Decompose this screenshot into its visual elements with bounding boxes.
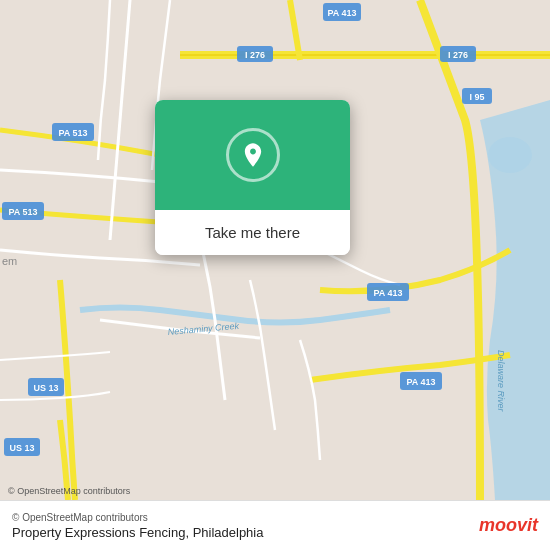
location-pin-icon [226,128,280,182]
popup-green-area [155,100,350,210]
svg-text:em: em [2,255,17,267]
svg-text:I 276: I 276 [448,50,468,60]
moovit-text: moovit [479,515,538,536]
svg-point-1 [488,137,532,173]
svg-text:PA 413: PA 413 [327,8,356,18]
bottom-bar: © OpenStreetMap contributors Property Ex… [0,500,550,550]
map-container: PA 413 I 276 I 276 I 95 PA 513 PA 513 em… [0,0,550,500]
popup-card: Take me there [155,100,350,255]
bottom-left: © OpenStreetMap contributors Property Ex… [12,512,263,540]
svg-text:I 95: I 95 [469,92,484,102]
location-name: Property Expressions Fencing, Philadelph… [12,525,263,540]
take-me-there-button[interactable]: Take me there [155,210,350,255]
osm-credit: © OpenStreetMap contributors [12,512,263,523]
svg-text:US 13: US 13 [33,383,58,393]
svg-text:PA 413: PA 413 [373,288,402,298]
svg-text:US 13: US 13 [9,443,34,453]
svg-text:PA 413: PA 413 [406,377,435,387]
svg-text:PA 513: PA 513 [8,207,37,217]
svg-text:I 276: I 276 [245,50,265,60]
svg-text:Delaware River: Delaware River [496,350,506,413]
svg-text:PA 513: PA 513 [58,128,87,138]
svg-text:© OpenStreetMap contributors: © OpenStreetMap contributors [8,486,131,496]
moovit-logo: moovit [479,515,538,536]
